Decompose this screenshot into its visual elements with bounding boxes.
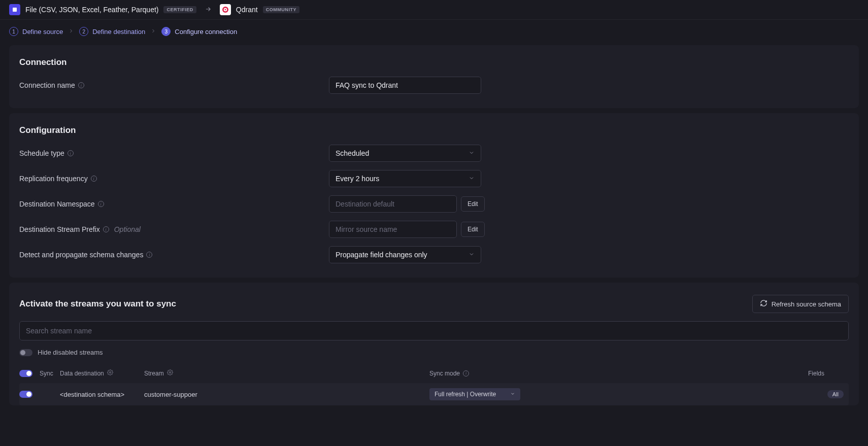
stream-row[interactable]: <destination schema> customer-suppoer Fu… bbox=[19, 383, 849, 405]
svg-rect-0 bbox=[13, 8, 17, 12]
stepper: 1 Define source 2 Define destination 3 C… bbox=[0, 20, 868, 45]
destination-icon bbox=[220, 4, 231, 15]
col-sync-mode: Sync mode i bbox=[429, 370, 709, 377]
info-icon[interactable]: i bbox=[146, 252, 152, 258]
destination-stream-prefix-label: Destination Stream Prefix i Optional bbox=[19, 225, 329, 233]
configuration-panel: Configuration Schedule type i Scheduled … bbox=[9, 113, 859, 278]
col-data-destination: Data destination bbox=[60, 369, 141, 377]
edit-prefix-button[interactable]: Edit bbox=[461, 222, 485, 237]
step-define-destination[interactable]: 2 Define destination bbox=[79, 27, 145, 36]
row-stream-name: customer-suppoer bbox=[144, 391, 347, 398]
source-icon bbox=[9, 4, 20, 15]
replication-frequency-label: Replication frequency i bbox=[19, 175, 329, 183]
info-icon[interactable]: i bbox=[91, 176, 97, 182]
schedule-type-select[interactable]: Scheduled bbox=[329, 145, 481, 162]
svg-point-4 bbox=[109, 372, 111, 373]
col-sync: Sync bbox=[40, 370, 57, 377]
destination-namespace-label: Destination Namespace i bbox=[19, 200, 329, 208]
chevron-right-icon bbox=[68, 27, 74, 36]
source-name: File (CSV, JSON, Excel, Feather, Parquet… bbox=[25, 6, 158, 14]
stream-sync-toggle[interactable] bbox=[19, 391, 32, 398]
destination-name: Qdrant bbox=[236, 6, 258, 14]
col-fields: Fields bbox=[808, 370, 849, 377]
destination-badge: COMMUNITY bbox=[263, 6, 299, 13]
step-number: 1 bbox=[9, 27, 18, 36]
col-stream: Stream bbox=[144, 369, 347, 377]
connection-panel: Connection Connection name i bbox=[9, 45, 859, 108]
info-icon[interactable]: i bbox=[463, 370, 469, 376]
info-icon[interactable]: i bbox=[103, 226, 109, 232]
edit-namespace-button[interactable]: Edit bbox=[461, 196, 485, 212]
refresh-schema-button[interactable]: Refresh source schema bbox=[752, 295, 849, 313]
chevron-down-icon bbox=[469, 175, 475, 183]
step-number: 2 bbox=[79, 27, 88, 36]
header-bar: File (CSV, JSON, Excel, Feather, Parquet… bbox=[0, 0, 868, 20]
fields-pill[interactable]: All bbox=[827, 390, 844, 398]
streams-panel: Activate the streams you want to sync Re… bbox=[9, 283, 859, 405]
replication-frequency-select[interactable]: Every 2 hours bbox=[329, 170, 481, 187]
svg-point-5 bbox=[169, 372, 171, 373]
connection-name-input[interactable] bbox=[329, 77, 481, 94]
hide-disabled-toggle[interactable] bbox=[19, 349, 32, 356]
step-configure-connection[interactable]: 3 Configure connection bbox=[161, 27, 237, 36]
step-define-source[interactable]: 1 Define source bbox=[9, 27, 63, 36]
destination-namespace-input bbox=[329, 195, 457, 213]
refresh-icon bbox=[760, 299, 767, 308]
gear-icon[interactable] bbox=[107, 369, 113, 377]
connection-title: Connection bbox=[19, 57, 849, 67]
sync-mode-select[interactable]: Full refresh | Overwrite bbox=[429, 388, 520, 400]
connection-name-label: Connection name i bbox=[19, 81, 329, 89]
schema-changes-label: Detect and propagate schema changes i bbox=[19, 251, 329, 259]
chevron-down-icon bbox=[510, 391, 515, 398]
row-data-destination: <destination schema> bbox=[60, 391, 141, 398]
streams-table: Sync Data destination Stream Sync mode i… bbox=[19, 365, 849, 405]
info-icon[interactable]: i bbox=[98, 201, 104, 207]
schedule-type-label: Schedule type i bbox=[19, 149, 329, 157]
streams-table-header: Sync Data destination Stream Sync mode i… bbox=[19, 365, 849, 381]
step-label: Define source bbox=[22, 28, 63, 36]
svg-point-3 bbox=[225, 9, 226, 11]
chevron-down-icon bbox=[469, 149, 475, 157]
info-icon[interactable]: i bbox=[68, 150, 74, 156]
gear-icon[interactable] bbox=[167, 369, 173, 377]
schema-changes-select[interactable]: Propagate field changes only bbox=[329, 246, 481, 263]
optional-tag: Optional bbox=[114, 225, 141, 233]
sync-all-toggle[interactable] bbox=[19, 370, 32, 377]
info-icon[interactable]: i bbox=[78, 82, 84, 88]
configuration-title: Configuration bbox=[19, 125, 849, 135]
destination-stream-prefix-input bbox=[329, 221, 457, 238]
arrow-right-icon bbox=[205, 6, 212, 14]
step-number: 3 bbox=[161, 27, 171, 36]
streams-title: Activate the streams you want to sync bbox=[19, 299, 176, 309]
stream-search-input[interactable] bbox=[19, 321, 849, 340]
hide-disabled-label: Hide disabled streams bbox=[38, 349, 103, 356]
step-label: Configure connection bbox=[175, 28, 237, 36]
chevron-right-icon bbox=[150, 27, 156, 36]
step-label: Define destination bbox=[92, 28, 145, 36]
source-badge: CERTIFIED bbox=[163, 6, 196, 13]
chevron-down-icon bbox=[469, 251, 475, 259]
